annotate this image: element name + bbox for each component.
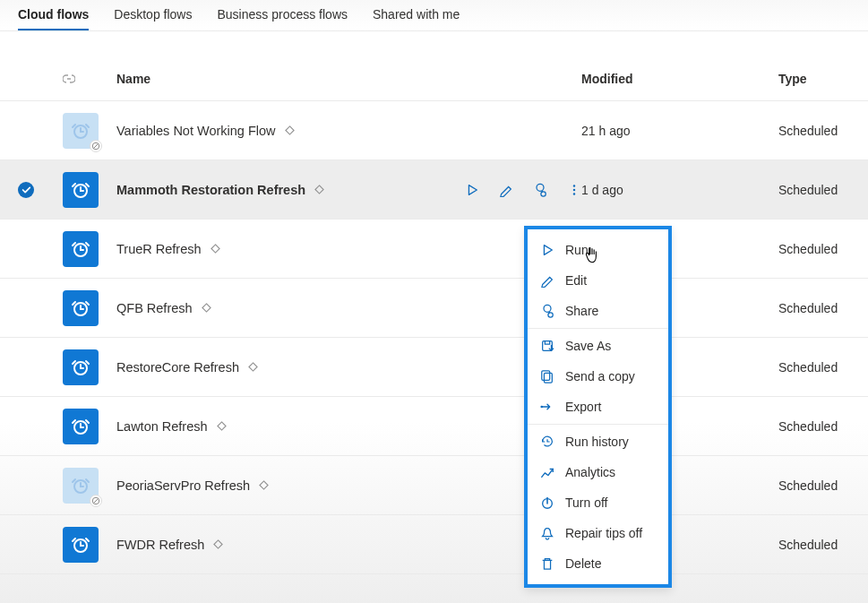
disabled-badge-icon: [90, 495, 102, 507]
history-icon: [540, 435, 554, 449]
premium-diamond-icon: [211, 244, 220, 254]
type-value: Scheduled: [778, 419, 850, 434]
flow-name[interactable]: Variables Not Working Flow: [116, 124, 276, 138]
menu-item-label: Edit: [565, 273, 587, 288]
table-row[interactable]: QFB RefreshScheduled: [0, 279, 868, 338]
menu-item-save-as[interactable]: Save As: [528, 331, 668, 361]
premium-diamond-icon: [202, 303, 211, 313]
menu-item-delete[interactable]: Delete: [528, 548, 668, 579]
share-icon[interactable]: [533, 183, 547, 197]
column-name[interactable]: Name: [116, 72, 465, 86]
menu-item-label: Repair tips off: [565, 526, 642, 540]
menu-item-label: Run: [565, 243, 589, 257]
pencil-icon: [540, 273, 554, 288]
menu-separator: [528, 424, 668, 425]
share-icon: [540, 304, 554, 318]
copy-icon: [540, 369, 554, 383]
column-type[interactable]: Type: [778, 72, 850, 86]
flow-name[interactable]: Mammoth Restoration Refresh: [116, 183, 305, 197]
tab-cloud-flows[interactable]: Cloud flows: [18, 7, 89, 30]
menu-item-export[interactable]: Export: [528, 392, 668, 422]
scheduled-flow-icon: [63, 527, 99, 563]
type-value: Scheduled: [778, 301, 850, 315]
tabs-bar: Cloud flows Desktop flows Business proce…: [0, 0, 868, 31]
edit-icon[interactable]: [499, 183, 513, 197]
flow-name[interactable]: Lawton Refresh: [116, 419, 208, 434]
table-row[interactable]: Variables Not Working Flow21 h agoSchedu…: [0, 101, 868, 160]
tab-shared-with-me[interactable]: Shared with me: [373, 7, 460, 30]
flow-name[interactable]: PeoriaServPro Refresh: [116, 478, 250, 493]
table-row[interactable]: PeoriaServPro RefreshScheduled: [0, 456, 868, 515]
play-icon: [540, 243, 554, 257]
premium-diamond-icon: [314, 185, 324, 194]
modified-value: 1 d ago: [581, 183, 778, 197]
column-modified[interactable]: Modified: [581, 72, 778, 86]
run-icon[interactable]: [465, 183, 479, 197]
menu-item-label: Turn off: [565, 495, 607, 510]
scheduled-flow-icon: [63, 231, 99, 267]
menu-item-analytics[interactable]: Analytics: [528, 457, 668, 487]
premium-diamond-icon: [259, 480, 269, 490]
modified-value: 21 h ago: [581, 124, 778, 138]
menu-item-turn-off[interactable]: Turn off: [528, 487, 668, 518]
analytics-icon: [540, 465, 554, 479]
save-as-icon: [540, 339, 554, 353]
type-value: Scheduled: [778, 538, 850, 552]
flow-name[interactable]: FWDR Refresh: [116, 538, 204, 552]
type-value: Scheduled: [778, 478, 850, 493]
more-icon[interactable]: [567, 183, 581, 197]
scheduled-flow-icon: [63, 349, 99, 385]
menu-item-label: Share: [565, 304, 598, 318]
menu-item-label: Analytics: [565, 465, 615, 479]
menu-item-run[interactable]: Run: [528, 235, 668, 265]
menu-item-label: Run history: [565, 435, 629, 449]
menu-item-label: Export: [565, 400, 601, 414]
premium-diamond-icon: [248, 362, 258, 372]
menu-separator: [528, 328, 668, 329]
table-row[interactable]: Lawton RefreshScheduled: [0, 397, 868, 456]
table-row[interactable]: Mammoth Restoration Refresh1 d agoSchedu…: [0, 160, 868, 220]
scheduled-flow-icon: [63, 113, 99, 149]
flow-name[interactable]: RestoreCore Refresh: [116, 360, 239, 375]
menu-item-edit[interactable]: Edit: [528, 265, 668, 296]
scheduled-flow-icon: [63, 290, 99, 326]
trash-icon: [540, 556, 554, 571]
premium-diamond-icon: [213, 539, 223, 549]
premium-diamond-icon: [217, 421, 227, 431]
scheduled-flow-icon: [63, 409, 99, 444]
context-menu: RunEditShareSave AsSend a copyExportRun …: [524, 226, 672, 588]
menu-item-send-a-copy[interactable]: Send a copy: [528, 361, 668, 392]
menu-item-label: Save As: [565, 339, 611, 353]
type-value: Scheduled: [778, 242, 850, 256]
table-row[interactable]: TrueR RefreshScheduled: [0, 220, 868, 279]
scheduled-flow-icon: [63, 468, 99, 504]
menu-item-share[interactable]: Share: [528, 296, 668, 326]
type-value: Scheduled: [778, 360, 850, 375]
tab-business-process-flows[interactable]: Business process flows: [217, 7, 348, 30]
table-row[interactable]: FWDR RefreshScheduled: [0, 515, 868, 574]
menu-item-run-history[interactable]: Run history: [528, 426, 668, 457]
type-value: Scheduled: [778, 183, 850, 197]
type-value: Scheduled: [778, 124, 850, 138]
link-icon: [63, 73, 75, 85]
column-headers: Name Modified Type: [0, 56, 868, 101]
power-icon: [540, 495, 554, 510]
scheduled-flow-icon: [63, 172, 99, 208]
menu-item-label: Send a copy: [565, 369, 635, 383]
tab-desktop-flows[interactable]: Desktop flows: [114, 7, 192, 30]
disabled-badge-icon: [90, 140, 102, 152]
selected-indicator-icon[interactable]: [18, 182, 34, 198]
premium-diamond-icon: [285, 125, 295, 135]
export-icon: [540, 400, 554, 414]
flow-name[interactable]: QFB Refresh: [116, 301, 193, 315]
menu-item-label: Delete: [565, 556, 601, 571]
menu-item-repair-tips-off[interactable]: Repair tips off: [528, 518, 668, 548]
table-row[interactable]: RestoreCore RefreshScheduled: [0, 338, 868, 397]
flow-name[interactable]: TrueR Refresh: [116, 242, 202, 256]
bell-icon: [540, 526, 554, 540]
